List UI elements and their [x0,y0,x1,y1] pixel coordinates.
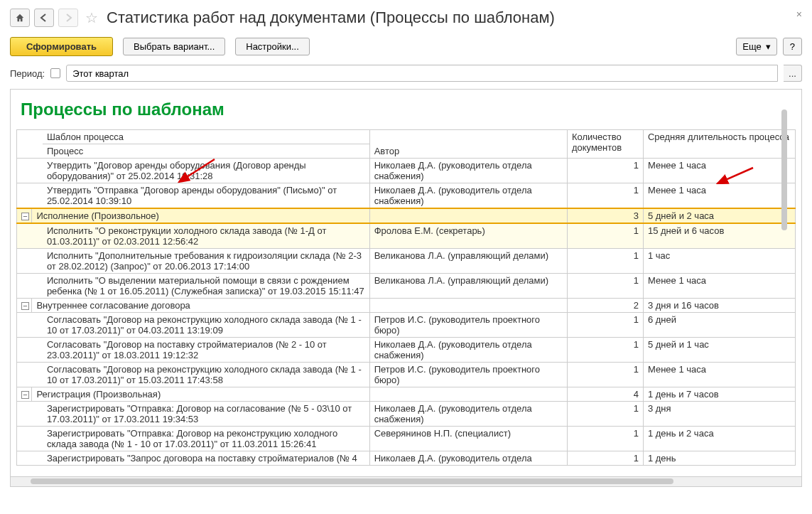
col-author: Автор [369,130,567,159]
cell-process: Согласовать "Договор на поставку стройма… [43,338,369,363]
collapse-toggle[interactable]: − [21,391,29,399]
cell-process: Зарегистрировать "Отправка: Договор на с… [43,402,369,427]
cell-process: Согласовать "Договор на реконструкцию хо… [43,313,369,338]
cell-duration: 1 час [643,249,795,274]
settings-button[interactable]: Настройки... [235,38,310,55]
cell-process: Утвердить "Договор аренды оборудования (… [43,159,369,183]
cell-count: 1 [567,402,643,427]
col-count: Количество документов [567,130,643,159]
cell-duration: Менее 1 часа [643,159,795,183]
cell-count: 1 [567,183,643,209]
table-group-row[interactable]: −Регистрация (Произвольная)41 день и 7 ч… [17,387,796,402]
cell-duration: 6 дней [643,313,795,338]
cell-process: Внутреннее согласование договора [32,299,369,313]
cell-process: Согласовать "Договор на реконструкцию хо… [43,363,369,387]
cell-process: Зарегистрировать "Отправка: Договор на р… [43,427,369,451]
cell-count: 1 [567,313,643,338]
cell-author: Николаев Д.А. (руководитель отдела снабж… [369,402,567,427]
vertical-scrollbar[interactable] [781,109,789,451]
table-row[interactable]: Согласовать "Договор на реконструкцию хо… [17,363,796,387]
report-area: Процессы по шаблонам Шаблон процесса Авт… [10,89,802,487]
cell-duration: 1 день [643,451,795,466]
cell-author: Великанова Л.А. (управляющий делами) [369,249,567,274]
cell-count: 1 [567,451,643,466]
cell-duration: 5 дней и 1 час [643,338,795,363]
period-picker-button[interactable]: ... [784,65,802,82]
nav-back-button[interactable] [34,9,54,27]
table-row[interactable]: Утвердить "Отправка "Договор аренды обор… [17,183,796,209]
cell-author: Николаев Д.А. (руководитель отдела снабж… [369,159,567,183]
cell-process: Исполнить "О реконструкции холодного скл… [43,223,369,249]
cell-duration: Менее 1 часа [643,183,795,209]
favorite-star-icon[interactable]: ☆ [85,9,98,26]
table-row[interactable]: Зарегистрировать "Отправка: Договор на р… [17,427,796,451]
cell-process: Зарегистрировать "Запрос договора на пос… [43,451,369,466]
cell-count: 1 [567,274,643,299]
collapse-toggle[interactable]: − [21,302,29,310]
table-group-row[interactable]: −Исполнение (Произвольное)35 дней и 2 ча… [17,208,796,223]
nav-forward-button[interactable] [58,9,78,27]
table-row[interactable]: Исполнить "Дополнительные требования к г… [17,249,796,274]
cell-count: 1 [567,338,643,363]
page-title: Статистика работ над документами (Процес… [107,9,555,27]
chevron-down-icon: ▾ [766,41,771,52]
cell-duration: Менее 1 часа [643,274,795,299]
cell-author: Фролова Е.М. (секретарь) [369,223,567,249]
period-input[interactable] [66,65,778,82]
cell-author [369,299,567,313]
table-group-row[interactable]: −Внутреннее согласование договора23 дня … [17,299,796,313]
cell-process: Исполнить "О выделении материальной помо… [43,274,369,299]
table-row[interactable]: Зарегистрировать "Запрос договора на пос… [17,451,796,466]
generate-button[interactable]: Сформировать [10,37,113,56]
table-row[interactable]: Зарегистрировать "Отправка: Договор на с… [17,402,796,427]
cell-process: Утвердить "Отправка "Договор аренды обор… [43,183,369,209]
cell-author: Великанова Л.А. (управляющий делами) [369,274,567,299]
cell-process: Исполнить "Дополнительные требования к г… [43,249,369,274]
cell-author [369,387,567,402]
cell-author: Николаев Д.А. (руководитель отдела снабж… [369,338,567,363]
table-row[interactable]: Согласовать "Договор на реконструкцию хо… [17,313,796,338]
cell-count: 1 [567,249,643,274]
cell-process: Исполнение (Произвольное) [32,208,369,223]
cell-count: 3 [567,208,643,223]
horizontal-scrollbar[interactable] [11,476,801,486]
period-label: Период: [10,68,45,79]
cell-count: 1 [567,223,643,249]
cell-count: 4 [567,387,643,402]
cell-duration: 3 дня и 16 часов [643,299,795,313]
cell-count: 1 [567,159,643,183]
cell-duration: 1 день и 2 часа [643,427,795,451]
period-checkbox[interactable] [50,68,60,78]
cell-count: 2 [567,299,643,313]
cell-duration: 5 дней и 2 часа [643,208,795,223]
cell-author: Северянинов Н.П. (специалист) [369,427,567,451]
cell-duration: 15 дней и 6 часов [643,223,795,249]
cell-author [369,208,567,223]
cell-author: Петров И.С. (руководитель проектного бюр… [369,363,567,387]
home-button[interactable] [10,9,30,27]
cell-author: Петров И.С. (руководитель проектного бюр… [369,313,567,338]
table-row[interactable]: Исполнить "О выделении материальной помо… [17,274,796,299]
col-duration: Средняя длительность процесса [643,130,795,159]
report-table: Шаблон процесса Автор Количество докумен… [16,129,796,466]
help-button[interactable]: ? [783,38,802,55]
cell-author: Николаев Д.А. (руководитель отдела снабж… [369,183,567,209]
close-button[interactable]: × [796,9,802,20]
col-template: Шаблон процесса [43,130,369,144]
report-title: Процессы по шаблонам [21,100,796,119]
cell-count: 1 [567,363,643,387]
cell-process: Регистрация (Произвольная) [32,387,369,402]
table-row[interactable]: Исполнить "О реконструкции холодного скл… [17,223,796,249]
table-row[interactable]: Утвердить "Договор аренды оборудования (… [17,159,796,183]
collapse-toggle[interactable]: − [21,213,29,220]
more-button[interactable]: Еще ▾ [736,38,776,55]
table-row[interactable]: Согласовать "Договор на поставку стройма… [17,338,796,363]
col-process: Процесс [43,144,369,159]
cell-author: Николаев Д.А. (руководитель отдела [369,451,567,466]
cell-duration: 1 день и 7 часов [643,387,795,402]
cell-count: 1 [567,427,643,451]
choose-variant-button[interactable]: Выбрать вариант... [123,38,225,55]
cell-duration: Менее 1 часа [643,363,795,387]
cell-duration: 3 дня [643,402,795,427]
